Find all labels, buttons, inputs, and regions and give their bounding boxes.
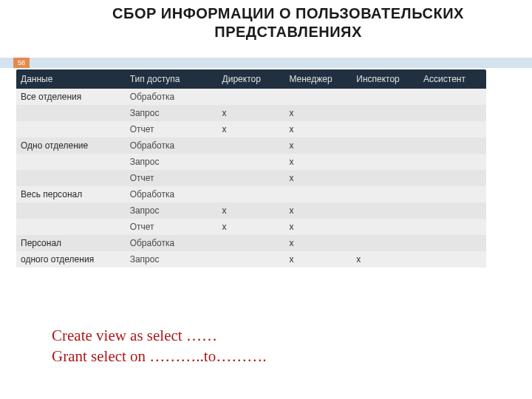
cell-manager: [284, 89, 352, 105]
cell-type: Отчет: [126, 219, 218, 235]
cell-type: Отчет: [126, 170, 218, 186]
table-row: Отчетxx: [16, 121, 486, 137]
table-row: Одно отделениеОбработкаx: [16, 137, 486, 154]
cell-manager: x: [284, 219, 352, 235]
cell-inspector: x: [352, 251, 419, 267]
table-row: Отчетxx: [16, 219, 486, 235]
cell-director: x: [218, 105, 285, 121]
header-role-assistant: Ассистент: [419, 69, 486, 89]
cell-director: [218, 251, 285, 267]
cell-data: Персонал: [16, 235, 126, 251]
page-number-bar: [0, 58, 532, 68]
table-row: Запросxx: [16, 105, 486, 121]
cell-manager: x: [284, 137, 352, 154]
table-row: Запросxx: [16, 202, 486, 219]
access-table: Данные Тип доступа Директор Менеджер Инс…: [16, 69, 486, 267]
cell-data: [16, 154, 126, 170]
cell-type: Запрос: [126, 202, 218, 219]
cell-type: Обработка: [126, 137, 218, 154]
cell-data: Одно отделение: [16, 137, 126, 154]
cell-director: x: [218, 202, 285, 219]
cell-assistant: [419, 235, 486, 251]
cell-director: [218, 235, 285, 251]
table-row: Все отделенияОбработка: [16, 89, 486, 105]
cell-type: Запрос: [126, 105, 218, 121]
table-row: Весь персоналОбработка: [16, 186, 486, 202]
cell-inspector: [352, 219, 419, 235]
cell-type: Обработка: [126, 186, 218, 202]
cell-director: x: [218, 219, 285, 235]
table-row: Запросx: [16, 154, 486, 170]
table-row: ПерсоналОбработкаx: [16, 235, 486, 251]
table-row: одного отделенияЗапросxx: [16, 251, 486, 267]
cell-assistant: [419, 251, 486, 267]
cell-manager: x: [284, 235, 352, 251]
cell-data: Весь персонал: [16, 186, 126, 202]
cell-data: [16, 219, 126, 235]
header-role-inspector: Инспектор: [352, 69, 419, 89]
footer-line-create: Create view as select ……: [52, 325, 266, 346]
cell-type: Запрос: [126, 251, 218, 267]
header-type: Тип доступа: [126, 69, 218, 89]
cell-assistant: [419, 154, 486, 170]
cell-inspector: [352, 170, 419, 186]
cell-assistant: [419, 89, 486, 105]
header-role-director: Директор: [218, 69, 285, 89]
cell-inspector: [352, 202, 419, 219]
cell-data: [16, 105, 126, 121]
cell-inspector: [352, 154, 419, 170]
cell-inspector: [352, 235, 419, 251]
cell-data: [16, 170, 126, 186]
cell-data: одного отделения: [16, 251, 126, 267]
cell-director: [218, 170, 285, 186]
cell-director: [218, 154, 285, 170]
footer-line-grant: Grant select on ………..to……….: [52, 346, 266, 366]
cell-assistant: [419, 121, 486, 137]
cell-data: [16, 202, 126, 219]
cell-manager: x: [284, 154, 352, 170]
table-header-row: Данные Тип доступа Директор Менеджер Инс…: [16, 69, 486, 89]
cell-inspector: [352, 89, 419, 105]
cell-manager: [284, 186, 352, 202]
cell-inspector: [352, 137, 419, 154]
slide-title: СБОР ИНФОРМАЦИИ О ПОЛЬЗОВАТЕЛЬСКИХ ПРЕДС…: [89, 4, 488, 41]
cell-inspector: [352, 121, 419, 137]
cell-data: Все отделения: [16, 89, 126, 105]
cell-assistant: [419, 105, 486, 121]
cell-manager: x: [284, 251, 352, 267]
cell-type: Отчет: [126, 121, 218, 137]
cell-manager: x: [284, 105, 352, 121]
cell-assistant: [419, 186, 486, 202]
cell-assistant: [419, 219, 486, 235]
cell-type: Обработка: [126, 235, 218, 251]
cell-director: [218, 89, 285, 105]
cell-type: Обработка: [126, 89, 218, 105]
table-row: Отчетx: [16, 170, 486, 186]
cell-director: [218, 137, 285, 154]
cell-assistant: [419, 202, 486, 219]
header-role-manager: Менеджер: [284, 69, 352, 89]
cell-assistant: [419, 137, 486, 154]
cell-inspector: [352, 105, 419, 121]
cell-data: [16, 121, 126, 137]
cell-manager: x: [284, 202, 352, 219]
page-number-badge: 58: [13, 58, 30, 68]
cell-assistant: [419, 170, 486, 186]
footer-code-block: Create view as select …… Grant select on…: [52, 325, 266, 367]
cell-manager: x: [284, 121, 352, 137]
header-data: Данные: [16, 69, 126, 89]
cell-manager: x: [284, 170, 352, 186]
cell-director: [218, 186, 285, 202]
cell-type: Запрос: [126, 154, 218, 170]
cell-inspector: [352, 186, 419, 202]
cell-director: x: [218, 121, 285, 137]
